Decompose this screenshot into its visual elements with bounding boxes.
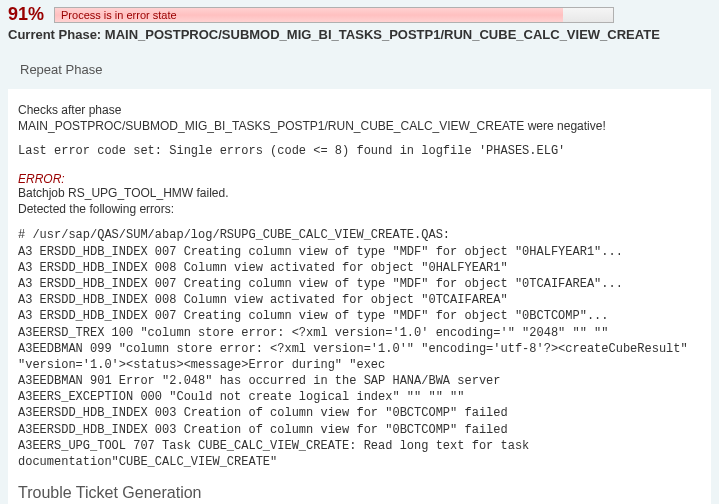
trouble-ticket-title: Trouble Ticket Generation [18, 484, 701, 502]
error-detail-2: Detected the following errors: [18, 202, 701, 218]
phase-path: MAIN_POSTPROC/SUBMOD_MIG_BI_TASKS_POSTP1… [105, 27, 660, 42]
content-panel: Checks after phase MAIN_POSTPROC/SUBMOD_… [8, 89, 711, 504]
progress-bar-fill: Process is in error state [55, 8, 563, 22]
checks-line2: MAIN_POSTPROC/SUBMOD_MIG_BI_TASKS_POSTP1… [18, 119, 606, 133]
progress-bar-text: Process is in error state [61, 9, 177, 21]
last-error-code: Last error code set: Single errors (code… [18, 144, 701, 158]
progress-bar: Process is in error state [54, 7, 614, 23]
error-label: ERROR: [18, 172, 701, 186]
checks-after-phase: Checks after phase MAIN_POSTPROC/SUBMOD_… [18, 103, 701, 134]
phase-prefix: Current Phase: [8, 27, 105, 42]
progress-percent: 91% [8, 4, 44, 25]
log-output: # /usr/sap/QAS/SUM/abap/log/RSUPG_CUBE_C… [18, 227, 701, 470]
error-detail-1: Batchjob RS_UPG_TOOL_HMW failed. [18, 186, 701, 202]
current-phase-line: Current Phase: MAIN_POSTPROC/SUBMOD_MIG_… [8, 27, 711, 42]
repeat-phase-link[interactable]: Repeat Phase [0, 46, 719, 89]
checks-line1: Checks after phase [18, 103, 121, 117]
